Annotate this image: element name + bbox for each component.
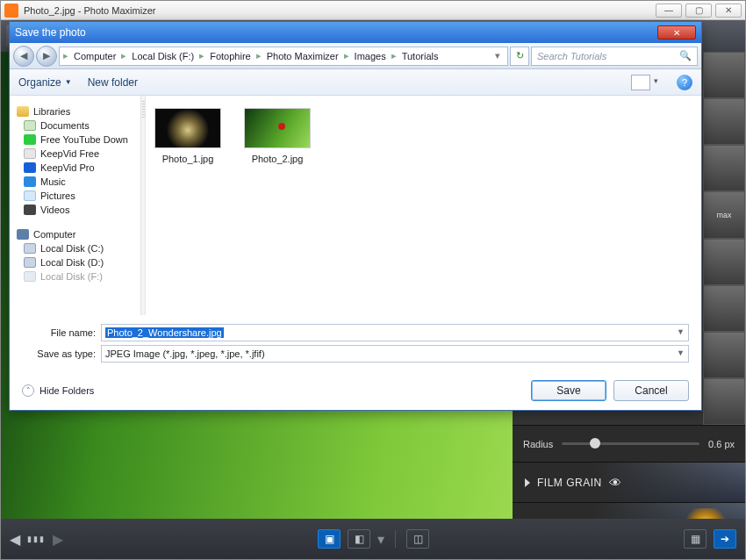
close-button[interactable]: ✕ — [715, 4, 742, 18]
youtube-icon — [24, 134, 36, 145]
expand-icon — [525, 478, 530, 487]
breadcrumb-item[interactable]: Images — [349, 51, 391, 61]
fit-screen-icon[interactable]: ▦ — [684, 529, 707, 549]
organize-menu[interactable]: Organize ▼ — [18, 76, 72, 89]
refresh-button[interactable]: ↻ — [510, 47, 529, 66]
preset-thumb[interactable] — [703, 378, 745, 425]
view-mode-button[interactable] — [631, 75, 650, 90]
folder-tree[interactable]: Libraries Documents Free YouTube Down Ke… — [10, 96, 141, 315]
next-image-button[interactable]: ▶ — [53, 531, 63, 548]
filename-input[interactable]: Photo_2_Wondershare.jpg▼ — [101, 324, 689, 341]
drive-icon — [24, 243, 36, 254]
dialog-close-button[interactable]: ✕ — [657, 25, 696, 39]
section-film-grain[interactable]: FILM GRAIN 👁 — [513, 462, 745, 502]
expand-icon — [525, 519, 530, 520]
tree-libraries[interactable]: Libraries — [33, 106, 70, 117]
tree-item[interactable]: Local Disk (C:) — [24, 241, 137, 255]
chevron-down-icon: ▼ — [65, 78, 72, 86]
visibility-icon[interactable]: 👁 — [609, 476, 622, 490]
libraries-icon — [17, 106, 29, 117]
dialog-titlebar: Save the photo ✕ — [10, 22, 701, 43]
presets-label: PRESETS — [537, 517, 590, 520]
tree-item[interactable]: Local Disk (D:) — [24, 255, 137, 269]
file-item[interactable]: Photo_2.jpg — [244, 108, 311, 164]
dialog-title: Save the photo — [15, 26, 86, 39]
maximize-button[interactable]: ▢ — [685, 4, 712, 18]
breadcrumb-item[interactable]: Local Disk (F:) — [126, 51, 199, 61]
view-compare-icon[interactable]: ◫ — [406, 529, 429, 549]
file-name: Photo_2.jpg — [252, 154, 304, 164]
savetype-select[interactable]: JPEG Image (*.jpg, *.jpeg, *.jpe, *.jfif… — [101, 345, 689, 363]
cancel-button[interactable]: Cancel — [613, 380, 689, 401]
preset-thumb[interactable] — [703, 239, 745, 285]
tree-item[interactable]: Local Disk (F:) — [24, 269, 137, 284]
search-placeholder: Search Tutorials — [537, 51, 606, 61]
section-presets[interactable]: PRESETS + — [513, 502, 745, 519]
filmstrip-dots: ▮▮▮ — [27, 535, 46, 543]
radius-row: Radius 0.6 px — [513, 425, 745, 462]
chevron-down-icon[interactable]: ▼ — [677, 348, 685, 357]
save-button[interactable]: Save — [531, 380, 606, 401]
save-dialog: Save the photo ✕ ◀ ▶ ▸ Computer ▸ Local … — [9, 21, 702, 411]
film-grain-label: FILM GRAIN — [537, 477, 602, 489]
filename-label: File name: — [22, 327, 96, 338]
hide-folders-button[interactable]: ˄ Hide Folders — [22, 384, 94, 397]
file-item[interactable]: Photo_1.jpg — [154, 108, 221, 164]
savetype-value: JPEG Image (*.jpg, *.jpeg, *.jpe, *.jfif… — [105, 348, 265, 359]
dialog-nav: ◀ ▶ ▸ Computer ▸ Local Disk (F:) ▸ Fotop… — [10, 43, 701, 69]
tree-item[interactable]: KeepVid Pro — [24, 161, 137, 175]
preset-thumb[interactable] — [703, 52, 745, 98]
actual-size-icon[interactable]: ➔ — [714, 529, 736, 549]
keepvid-pro-icon — [24, 162, 36, 173]
breadcrumb-dropdown-icon[interactable]: ▾ — [491, 50, 504, 61]
breadcrumb-item[interactable]: Tutorials — [397, 51, 444, 61]
preset-thumb[interactable]: max — [703, 191, 745, 238]
view-split-icon[interactable]: ◧ — [348, 529, 370, 549]
bottom-bar: ◀ ▮▮▮ ▶ ▣ ◧ ▾ ◫ ▦ ➔ — [1, 519, 745, 559]
keepvid-icon — [24, 148, 36, 159]
chevron-down-icon[interactable]: ▼ — [677, 327, 685, 336]
search-input[interactable]: Search Tutorials 🔍 — [531, 47, 698, 66]
app-title: Photo_2.jpg - Photo Maximizer — [24, 5, 155, 16]
pictures-icon — [24, 190, 36, 201]
preset-thumb[interactable] — [703, 285, 745, 332]
tree-item[interactable]: Music — [24, 175, 137, 189]
dialog-footer: ˄ Hide Folders Save Cancel — [10, 371, 701, 410]
view-single-icon[interactable]: ▣ — [318, 529, 341, 549]
filename-value: Photo_2_Wondershare.jpg — [105, 327, 224, 338]
tree-item[interactable]: Documents — [24, 118, 137, 133]
documents-icon — [24, 120, 36, 131]
file-list[interactable]: Photo_1.jpg Photo_2.jpg — [146, 96, 701, 315]
videos-icon — [24, 205, 36, 215]
prev-image-button[interactable]: ◀ — [10, 531, 20, 548]
search-icon: 🔍 — [679, 50, 692, 61]
slider-knob[interactable] — [590, 438, 600, 449]
tree-splitter[interactable] — [141, 96, 146, 315]
preset-thumb[interactable] — [703, 98, 745, 145]
help-button[interactable]: ? — [677, 75, 692, 90]
new-folder-button[interactable]: New folder — [88, 76, 138, 89]
tree-item[interactable]: Free YouTube Down — [24, 133, 137, 147]
preset-thumb[interactable] — [703, 145, 745, 191]
preset-thumb[interactable] — [703, 332, 745, 378]
tree-item[interactable]: Pictures — [24, 189, 137, 203]
tree-item[interactable]: KeepVid Free — [24, 147, 137, 161]
breadcrumb-item[interactable]: Fotophire — [204, 51, 255, 61]
add-icon[interactable]: + — [597, 515, 605, 519]
nav-forward-button[interactable]: ▶ — [36, 46, 57, 67]
radius-label: Radius — [523, 439, 553, 449]
tree-computer[interactable]: Computer — [33, 229, 75, 240]
breadcrumb-item[interactable]: Computer — [68, 51, 121, 61]
music-icon — [24, 176, 36, 187]
minimize-button[interactable]: — — [656, 4, 682, 18]
radius-value: 0.6 px — [708, 439, 735, 449]
nav-back-button[interactable]: ◀ — [13, 46, 34, 67]
file-name: Photo_1.jpg — [162, 154, 214, 164]
tree-item[interactable]: Videos — [24, 203, 137, 217]
app-icon — [4, 4, 18, 18]
breadcrumb[interactable]: ▸ Computer ▸ Local Disk (F:) ▸ Fotophire… — [59, 47, 508, 66]
file-thumbnail — [244, 108, 311, 148]
breadcrumb-item[interactable]: Photo Maximizer — [262, 51, 344, 61]
radius-slider[interactable] — [562, 442, 699, 445]
main-titlebar: Photo_2.jpg - Photo Maximizer — ▢ ✕ — [1, 1, 745, 20]
